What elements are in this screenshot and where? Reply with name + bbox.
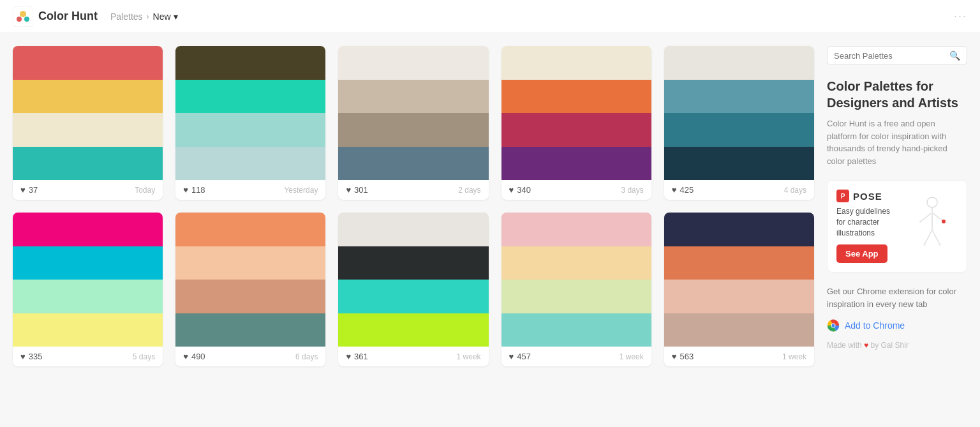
palette-likes[interactable]: ♥340 — [509, 185, 531, 195]
palette-footer: ♥3403 days — [501, 180, 651, 200]
logo-area[interactable]: Color Hunt — [13, 6, 98, 27]
ad-box: P POSE Easy guidelines for character ill… — [827, 180, 967, 273]
color-swatch — [501, 80, 651, 114]
add-to-chrome-button[interactable]: Add to Chrome — [827, 319, 967, 332]
palette-likes[interactable]: ♥361 — [346, 352, 368, 361]
palette-grid: ♥37Today#1DD3B0♥118Yesterday#C7B198♥3012… — [13, 46, 814, 366]
color-swatch — [175, 313, 325, 347]
search-input[interactable] — [834, 51, 946, 61]
color-swatch — [664, 280, 814, 313]
svg-point-3 — [24, 17, 29, 22]
svg-point-10 — [942, 220, 946, 223]
color-swatch — [13, 313, 163, 347]
palette-footer: ♥3012 days — [338, 180, 488, 200]
add-to-chrome-label: Add to Chrome — [845, 320, 905, 331]
palette-colors — [501, 46, 651, 180]
color-swatch — [338, 246, 488, 280]
svg-line-7 — [932, 213, 944, 221]
palette-card[interactable]: ♥3355 days — [13, 213, 163, 366]
nav-palettes[interactable]: Palettes — [110, 11, 143, 22]
palette-date: 5 days — [133, 352, 155, 361]
chrome-icon — [827, 319, 840, 332]
palette-colors — [338, 213, 488, 347]
heart-icon: ♥ — [20, 185, 26, 195]
palette-likes[interactable]: ♥425 — [672, 185, 694, 195]
palette-colors: #1DD3B0 — [175, 46, 325, 180]
palette-date: 1 week — [620, 352, 644, 361]
nav-area: Palettes › New ▾ — [110, 11, 178, 22]
chrome-ext-text: Get our Chrome extension for color inspi… — [827, 285, 967, 310]
palette-likes[interactable]: ♥563 — [672, 352, 694, 361]
palette-card[interactable]: ♥3611 week — [338, 213, 488, 366]
ad-figure — [907, 190, 958, 263]
palette-card[interactable]: ♥4906 days — [175, 213, 325, 366]
nav-new[interactable]: New ▾ — [153, 11, 178, 22]
color-swatch — [501, 246, 651, 280]
likes-count: 457 — [517, 352, 531, 361]
color-swatch — [175, 113, 325, 147]
color-swatch — [501, 113, 651, 147]
color-swatch: #1DD3B0 — [175, 80, 325, 114]
color-swatch — [501, 147, 651, 181]
heart-icon: ♥ — [672, 185, 677, 195]
svg-line-6 — [921, 213, 932, 221]
palette-date: 3 days — [621, 186, 643, 195]
palette-footer: ♥5631 week — [664, 347, 814, 366]
color-swatch — [13, 113, 163, 147]
color-swatch — [13, 246, 163, 280]
palette-card[interactable]: ♥3403 days — [501, 46, 651, 200]
color-swatch — [13, 280, 163, 313]
ad-cta-button[interactable]: See App — [836, 244, 887, 263]
palette-card[interactable]: ♥4254 days — [664, 46, 814, 200]
palette-likes[interactable]: ♥301 — [346, 185, 368, 195]
svg-point-12 — [931, 228, 933, 231]
search-box[interactable]: 🔍 — [827, 46, 967, 65]
likes-count: 361 — [354, 352, 368, 361]
palette-card[interactable]: #C7B198♥3012 days — [338, 46, 488, 200]
color-swatch — [501, 46, 651, 80]
heart-icon: ♥ — [864, 341, 870, 350]
palette-date: 1 week — [457, 352, 481, 361]
logo-icon — [13, 6, 33, 27]
color-swatch — [664, 46, 814, 80]
color-swatch — [13, 213, 163, 246]
ad-tagline: Easy guidelines for character illustrati… — [836, 206, 900, 238]
sidebar-desc: Color Hunt is a free and open platform f… — [827, 117, 967, 167]
color-swatch — [338, 46, 488, 80]
svg-line-9 — [932, 230, 940, 244]
likes-count: 335 — [29, 352, 43, 361]
pose-figure-icon — [913, 195, 951, 258]
color-swatch — [13, 80, 163, 114]
palette-footer: ♥3355 days — [13, 347, 163, 366]
color-swatch — [664, 80, 814, 114]
likes-count: 301 — [354, 185, 368, 195]
palette-likes[interactable]: ♥118 — [183, 185, 205, 195]
main-layout: ♥37Today#1DD3B0♥118Yesterday#C7B198♥3012… — [0, 33, 980, 379]
svg-point-4 — [927, 197, 937, 207]
palette-card[interactable]: ♥5631 week — [664, 213, 814, 366]
palette-colors — [664, 46, 814, 180]
search-button[interactable]: 🔍 — [949, 50, 960, 61]
sidebar: 🔍 Color Palettes for Designers and Artis… — [827, 46, 967, 366]
palette-card[interactable]: ♥4571 week — [501, 213, 651, 366]
header-dots: ··· — [954, 10, 967, 23]
ad-brand-name: POSE — [853, 191, 882, 202]
palette-likes[interactable]: ♥457 — [509, 352, 531, 361]
palette-colors — [13, 213, 163, 347]
color-swatch — [338, 213, 488, 246]
color-swatch — [664, 313, 814, 347]
likes-count: 37 — [29, 185, 38, 195]
heart-icon: ♥ — [183, 185, 188, 195]
palette-footer: ♥3611 week — [338, 347, 488, 366]
palette-footer: ♥118Yesterday — [175, 180, 325, 200]
palette-likes[interactable]: ♥335 — [20, 352, 42, 361]
palette-date: 2 days — [458, 186, 480, 195]
color-swatch — [175, 280, 325, 313]
heart-icon: ♥ — [346, 352, 351, 361]
color-swatch — [338, 113, 488, 147]
palette-card[interactable]: #1DD3B0♥118Yesterday — [175, 46, 325, 200]
palette-likes[interactable]: ♥37 — [20, 185, 38, 195]
palette-footer: ♥4254 days — [664, 180, 814, 200]
palette-likes[interactable]: ♥490 — [183, 352, 205, 361]
palette-card[interactable]: ♥37Today — [13, 46, 163, 200]
